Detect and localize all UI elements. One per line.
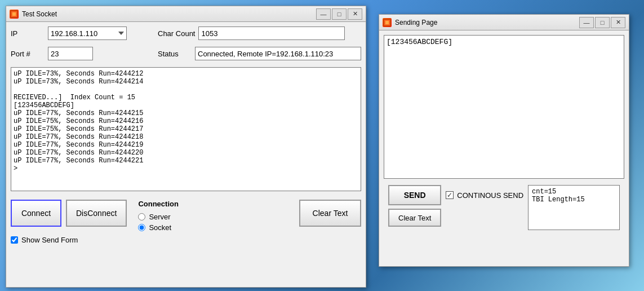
connection-group: Connection Server Socket	[138, 200, 179, 232]
server-radio[interactable]	[138, 213, 145, 221]
char-count-label: Char Count	[158, 29, 195, 38]
show-send-form-label: Show Send Form	[21, 236, 78, 244]
ip-select[interactable]: 192.168.1.110	[48, 27, 127, 40]
server-label: Server	[149, 213, 170, 221]
continuous-send-checkbox-custom[interactable]: ✓	[446, 191, 454, 199]
sending-page-title-bar: Sending Page — □ ✕	[379, 15, 629, 30]
port-row: Port #	[11, 47, 127, 60]
title-bar-buttons: — □ ✕	[316, 8, 362, 20]
title-bar-left: Test Socket	[10, 10, 57, 19]
ip-label: IP	[11, 29, 45, 38]
svg-rect-2	[12, 12, 16, 16]
send-info-line1: cnt=15	[532, 188, 616, 196]
send-button[interactable]: SEND	[388, 185, 441, 205]
log-textarea[interactable]: uP IDLE=73%, Seconds Run=4244212 uP IDLE…	[11, 67, 361, 191]
connect-buttons: Connect DisConnect Show Send Form	[11, 200, 127, 244]
send-info-line2: TBI Length=15	[532, 196, 616, 204]
socket-radio[interactable]	[138, 224, 145, 231]
test-socket-icon	[10, 10, 19, 19]
bottom-controls: Connect DisConnect Show Send Form Connec…	[11, 197, 361, 246]
right-fields: Char Count Status	[158, 27, 361, 64]
server-radio-row: Server	[138, 213, 179, 221]
test-socket-content: IP 192.168.1.110 Port # Char Count Statu…	[6, 22, 366, 251]
port-label: Port #	[11, 50, 45, 58]
test-socket-title-bar: Test Socket — □ ✕	[6, 6, 366, 22]
port-input[interactable]	[48, 47, 93, 60]
continuous-send-row: ✓ CONTINOUS SEND	[446, 185, 523, 205]
status-row: Status	[158, 47, 361, 60]
send-clear-text-button[interactable]: Clear Text	[388, 209, 441, 227]
send-info-box: cnt=15 TBI Length=15	[528, 185, 620, 230]
sending-page-title: Sending Page	[395, 19, 437, 27]
socket-radio-row: Socket	[138, 223, 179, 232]
status-value[interactable]	[195, 47, 361, 60]
send-bottom: SEND Clear Text ✓ CONTINOUS SEND cnt=15 …	[384, 185, 624, 235]
close-button[interactable]: ✕	[348, 8, 362, 20]
sending-minimize-button[interactable]: —	[579, 17, 594, 28]
sending-title-bar-left: Sending Page	[383, 18, 437, 27]
connection-title: Connection	[138, 200, 179, 208]
sending-close-button[interactable]: ✕	[611, 17, 625, 28]
left-fields: IP 192.168.1.110 Port #	[11, 27, 127, 64]
status-label: Status	[158, 50, 192, 58]
char-count-value[interactable]	[198, 27, 345, 40]
log-area-wrapper: uP IDLE=73%, Seconds Run=4244212 uP IDLE…	[11, 67, 361, 197]
char-count-row: Char Count	[158, 27, 361, 40]
top-fields-row: IP 192.168.1.110 Port # Char Count Statu…	[11, 27, 361, 64]
sending-title-buttons: — □ ✕	[579, 17, 625, 28]
show-send-form-checkbox[interactable]	[11, 236, 18, 244]
show-send-form-row: Show Send Form	[11, 236, 127, 244]
send-controls-left: SEND Clear Text	[388, 185, 441, 227]
send-textarea[interactable]: [123456ABCDEFG]	[384, 35, 624, 179]
action-buttons-row: Connect DisConnect	[11, 200, 127, 227]
ip-row: IP 192.168.1.110	[11, 27, 127, 40]
maximize-button[interactable]: □	[332, 8, 347, 20]
test-socket-window: Test Socket — □ ✕ IP 192.168.1.110 Port …	[6, 6, 366, 288]
clear-text-button[interactable]: Clear Text	[299, 200, 361, 227]
sending-page-icon	[383, 18, 392, 27]
clear-text-wrapper: Clear Text	[299, 200, 361, 227]
continuous-send-label: CONTINOUS SEND	[457, 191, 523, 200]
sending-maximize-button[interactable]: □	[595, 17, 610, 28]
svg-rect-5	[385, 21, 389, 24]
sending-page-window: Sending Page — □ ✕ [123456ABCDEFG] SEND …	[379, 14, 629, 267]
connect-button[interactable]: Connect	[11, 200, 61, 227]
minimize-button[interactable]: —	[316, 8, 331, 20]
socket-label: Socket	[149, 223, 171, 232]
send-content-area: [123456ABCDEFG] SEND Clear Text ✓ CONTIN…	[379, 30, 629, 239]
test-socket-title: Test Socket	[22, 10, 57, 18]
disconnect-button[interactable]: DisConnect	[66, 200, 127, 227]
